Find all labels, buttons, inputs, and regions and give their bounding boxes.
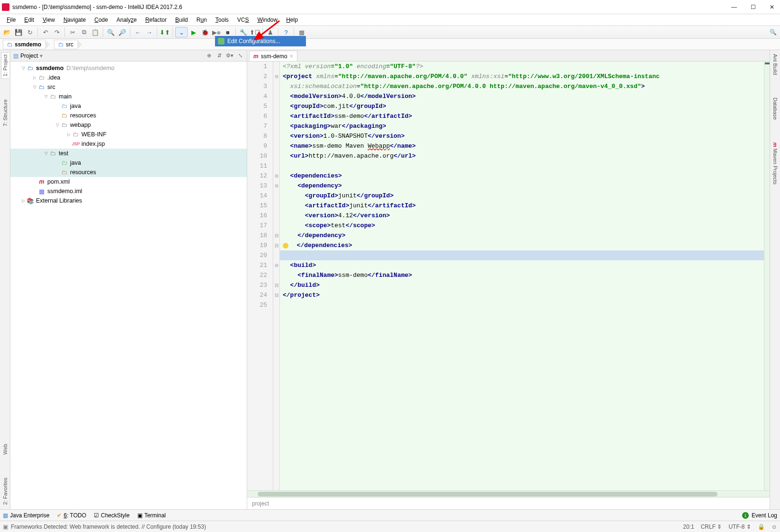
locate-icon[interactable]: ⊕ (205, 52, 213, 60)
menu-navigate[interactable]: Navigate (60, 15, 90, 25)
breadcrumb-bar: 🗀 ssmdemo 🗀 src (0, 39, 780, 50)
tree-indexjsp[interactable]: JSPindex.jsp (10, 139, 247, 149)
tree-root[interactable]: ▽🗀ssmdemoD:\temp\ssmdemo (10, 63, 247, 73)
open-icon[interactable]: 📂 (2, 27, 12, 37)
menu-help[interactable]: Help (282, 15, 302, 25)
cut-icon[interactable]: ✂ (67, 27, 78, 37)
menu-vcs[interactable]: VCS (233, 15, 253, 25)
gear-icon[interactable]: ⚙▾ (226, 52, 233, 60)
tree-main[interactable]: ▽🗀main (10, 92, 247, 101)
project-pane-header: ▤Project ▾ ⊕ ⇵ ⚙▾ ⤡ (10, 50, 247, 62)
editor-tab-pom[interactable]: m ssm-demo × (249, 51, 297, 61)
sync-icon[interactable]: ↻ (25, 27, 35, 37)
tab-structure[interactable]: 7: Structure (1, 98, 9, 128)
tab-project[interactable]: 1: Project (1, 52, 9, 79)
menu-run[interactable]: Run (193, 15, 211, 25)
forward-icon[interactable]: → (144, 27, 154, 37)
encoding[interactable]: UTF-8 ⇕ (728, 523, 751, 530)
line-number-gutter: 123456789 1011121314151617 1819202122232… (247, 62, 273, 490)
menu-tools[interactable]: Tools (212, 15, 233, 25)
tree-webinf[interactable]: ▷🗀WEB-INF (10, 130, 247, 139)
fold-gutter[interactable]: ⊖ ⊖⊖ ⊟⊟ ⊖ ⊟⊟ (273, 62, 280, 490)
close-tab-icon[interactable]: × (290, 53, 293, 60)
breadcrumb-root[interactable]: 🗀 ssmdemo (3, 40, 45, 49)
tab-terminal[interactable]: ▣Terminal (137, 512, 166, 519)
menu-edit[interactable]: Edit (20, 15, 38, 25)
tab-todo[interactable]: ✔6: TODO (57, 512, 86, 519)
close-icon[interactable]: ✕ (769, 4, 775, 10)
status-message[interactable]: Frameworks Detected: Web framework is de… (11, 523, 206, 530)
menu-code[interactable]: Code (90, 15, 112, 25)
tab-maven-projects[interactable]: m Maven Projects (771, 141, 779, 186)
collapse-icon[interactable]: ⇵ (215, 52, 223, 60)
run-config-dropdown[interactable]: ⌄ (175, 27, 188, 37)
tab-checkstyle[interactable]: ☑CheckStyle (94, 512, 130, 519)
tab-event-log[interactable]: Event Log (752, 512, 777, 519)
tab-ant-build[interactable]: Ant Build (771, 52, 779, 77)
save-icon[interactable]: 💾 (13, 27, 24, 37)
config-icon (218, 38, 224, 44)
status-icon[interactable]: ▣ (3, 523, 8, 530)
editor-tab-label: ssm-demo (261, 53, 287, 60)
maximize-icon[interactable]: ☐ (750, 4, 756, 10)
tree-java[interactable]: 🗀java (10, 101, 247, 111)
build-icon[interactable]: ⬇⬆ (160, 27, 170, 37)
hector-icon[interactable]: ☺ (771, 523, 777, 530)
caret-position[interactable]: 20:1 (683, 523, 694, 530)
menu-refactor[interactable]: Refactor (142, 15, 170, 25)
back-icon[interactable]: ← (133, 27, 143, 37)
tree-idea[interactable]: ▷🗀.idea (10, 73, 247, 82)
breadcrumb-src-label: src (66, 41, 73, 48)
maven-icon: m (253, 53, 259, 60)
line-sep[interactable]: CRLF ⇕ (701, 523, 722, 530)
menu-build[interactable]: Build (171, 15, 192, 25)
tree-test[interactable]: ▽🗀test (10, 149, 247, 158)
editor-area: m ssm-demo × 123456789 1011121314151617 … (247, 50, 770, 509)
toolbar: 📂 💾 ↻ ↶ ↷ ✂ ⧉ 📋 🔍 🔎 ← → ⬇⬆ ⌄ ▶ 🐞 ▶⎈ ■ 🔧 … (0, 26, 780, 39)
run-icon[interactable]: ▶ (188, 27, 199, 37)
project-view-icon: ▤ (13, 53, 18, 59)
tree-src[interactable]: ▽🗀src (10, 82, 247, 92)
redo-icon[interactable]: ↷ (52, 27, 62, 37)
editor-tabbar: m ssm-demo × (247, 50, 770, 62)
readonly-icon[interactable]: 🔒 (758, 523, 765, 530)
tab-web[interactable]: Web (1, 442, 9, 456)
tree-test-resources[interactable]: 🗀resources (10, 168, 247, 177)
project-pane-title[interactable]: Project (20, 53, 38, 59)
hide-icon[interactable]: ⤡ (236, 52, 244, 60)
folder-icon: 🗀 (58, 41, 64, 48)
tab-java-enterprise[interactable]: ▦Java Enterprise (3, 512, 49, 519)
menu-file[interactable]: File (3, 15, 19, 25)
tree-pom[interactable]: mpom.xml (10, 177, 247, 186)
breadcrumb-src[interactable]: 🗀 src (54, 40, 78, 49)
debug-icon[interactable]: 🐞 (200, 27, 210, 37)
error-stripe[interactable] (764, 62, 770, 490)
undo-icon[interactable]: ↶ (40, 27, 51, 37)
title-bar: ssmdemo - [D:\temp\ssmdemo] - ssm-demo -… (0, 0, 780, 14)
intention-bulb-icon[interactable] (283, 243, 288, 248)
code-editor[interactable]: <?xml version="1.0" encoding="UTF-8"?> <… (280, 62, 770, 490)
tab-favorites[interactable]: 2: Favorites (1, 476, 9, 506)
status-bar: ▣ Frameworks Detected: Web framework is … (0, 521, 780, 532)
menu-analyze[interactable]: Analyze (113, 15, 141, 25)
menu-view[interactable]: View (39, 15, 59, 25)
tree-test-java[interactable]: 🗀java (10, 158, 247, 168)
window-title: ssmdemo - [D:\temp\ssmdemo] - ssm-demo -… (12, 4, 731, 10)
paste-icon[interactable]: 📋 (90, 27, 100, 37)
horizontal-scrollbar[interactable] (247, 490, 770, 497)
app-icon (2, 3, 9, 11)
replace-icon[interactable]: 🔎 (117, 27, 127, 37)
menu-bar: File Edit View Navigate Code Analyze Ref… (0, 14, 780, 26)
tree-webapp[interactable]: ▽🗀webapp (10, 120, 247, 130)
copy-icon[interactable]: ⧉ (79, 27, 89, 37)
search-everywhere-icon[interactable]: 🔍 (768, 27, 778, 37)
tree-resources[interactable]: 🗀resources (10, 111, 247, 120)
tree-iml[interactable]: ▦ssmdemo.iml (10, 186, 247, 196)
minimize-icon[interactable]: — (731, 4, 737, 10)
editor-breadcrumb[interactable]: project (247, 497, 770, 509)
svg-line-0 (255, 21, 279, 40)
tab-database[interactable]: Database (771, 96, 779, 122)
find-icon[interactable]: 🔍 (106, 27, 116, 37)
tree-external-libraries[interactable]: ▷📚External Libraries (10, 196, 247, 205)
project-tree[interactable]: ▽🗀ssmdemoD:\temp\ssmdemo ▷🗀.idea ▽🗀src ▽… (10, 62, 247, 509)
